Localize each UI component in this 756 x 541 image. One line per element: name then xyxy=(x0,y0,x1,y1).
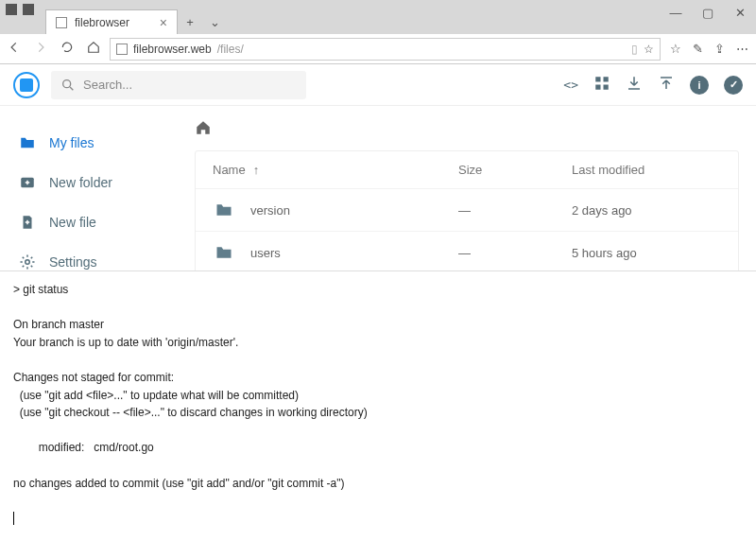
info-button[interactable]: i xyxy=(690,76,709,95)
select-button[interactable]: ✓ xyxy=(724,76,743,95)
list-item[interactable]: version — 2 days ago xyxy=(196,188,738,231)
gear-icon xyxy=(19,253,36,270)
list-item[interactable]: users — 5 hours ago xyxy=(196,231,738,273)
folder-icon xyxy=(213,243,235,262)
search-placeholder: Search... xyxy=(83,78,132,92)
svg-point-7 xyxy=(26,260,30,265)
os-titlebar xyxy=(0,0,756,9)
home-icon xyxy=(195,119,212,136)
terminal-cursor xyxy=(13,512,14,525)
close-tab-icon[interactable]: × xyxy=(160,15,167,30)
sort-asc-icon: ↑ xyxy=(253,163,260,177)
terminal-output: On branch master Your branch is up to da… xyxy=(13,318,368,489)
new-folder-icon xyxy=(19,174,36,191)
back-button[interactable] xyxy=(8,41,21,57)
header-actions: <> i ✓ xyxy=(563,75,743,95)
new-tab-button[interactable]: + xyxy=(178,9,202,34)
reader-mode-icon[interactable]: ▯ xyxy=(631,43,638,56)
svg-rect-3 xyxy=(604,77,609,81)
sys-icon xyxy=(23,4,34,15)
upload-button[interactable] xyxy=(658,75,675,95)
grid-view-button[interactable] xyxy=(593,75,610,95)
maximize-button[interactable]: ▢ xyxy=(692,0,724,25)
share-button[interactable]: ⇪ xyxy=(714,42,725,56)
svg-rect-5 xyxy=(604,85,609,90)
folder-icon xyxy=(213,201,235,219)
app-logo xyxy=(13,72,40,98)
svg-rect-4 xyxy=(595,85,600,90)
browser-tab[interactable]: filebrowser × xyxy=(45,9,178,34)
sidebar-item-label: New file xyxy=(49,215,96,230)
download-button[interactable] xyxy=(626,75,643,95)
list-header: Name↑ Size Last modified xyxy=(196,151,738,188)
header-size[interactable]: Size xyxy=(458,163,572,177)
favorite-icon[interactable]: ☆ xyxy=(644,43,654,56)
url-host: filebrowser.web xyxy=(133,43,212,56)
breadcrumb[interactable] xyxy=(195,119,739,139)
sidebar-item-label: Settings xyxy=(49,254,97,270)
minimize-button[interactable]: — xyxy=(660,0,692,25)
sidebar-item-my-files[interactable]: My files xyxy=(0,123,187,163)
favorites-button[interactable]: ☆ xyxy=(670,42,681,56)
search-input[interactable]: Search... xyxy=(51,71,306,99)
close-window-button[interactable]: ✕ xyxy=(724,0,756,25)
sidebar-item-new-folder[interactable]: New folder xyxy=(0,163,187,202)
app-header: Search... <> i ✓ xyxy=(0,64,756,106)
browser-tabstrip: filebrowser × + ⌄ xyxy=(0,9,756,34)
browser-toolbar: filebrowser.web/files/ ▯ ☆ ☆ ✎ ⇪ ⋯ xyxy=(0,34,756,64)
svg-line-1 xyxy=(70,87,73,90)
sidebar-item-label: My files xyxy=(49,135,94,150)
address-bar[interactable]: filebrowser.web/files/ ▯ ☆ xyxy=(110,38,661,61)
header-modified[interactable]: Last modified xyxy=(572,163,721,177)
svg-rect-2 xyxy=(595,77,600,81)
sidebar-item-label: New folder xyxy=(49,175,112,190)
site-identity-icon xyxy=(116,44,128,55)
more-button[interactable]: ⋯ xyxy=(736,42,748,56)
tab-overflow-button[interactable]: ⌄ xyxy=(202,9,227,34)
refresh-button[interactable] xyxy=(60,41,74,57)
home-button[interactable] xyxy=(87,41,100,57)
notes-button[interactable]: ✎ xyxy=(693,42,703,56)
url-path: /files/ xyxy=(217,43,244,56)
svg-point-0 xyxy=(63,79,71,87)
terminal-panel[interactable]: > git status On branch master Your branc… xyxy=(0,270,756,541)
sys-icon xyxy=(6,4,17,15)
forward-button[interactable] xyxy=(34,41,47,57)
new-file-icon xyxy=(19,214,36,231)
terminal-prompt: > git status xyxy=(13,283,68,296)
sidebar-item-new-file[interactable]: New file xyxy=(0,202,187,242)
search-icon xyxy=(60,78,76,93)
folder-icon xyxy=(19,134,36,151)
page-icon xyxy=(56,17,67,28)
window-controls: — ▢ ✕ xyxy=(660,0,756,25)
header-name[interactable]: Name↑ xyxy=(213,163,458,177)
toggle-shell-button[interactable]: <> xyxy=(563,78,578,92)
tab-title: filebrowser xyxy=(75,16,129,29)
